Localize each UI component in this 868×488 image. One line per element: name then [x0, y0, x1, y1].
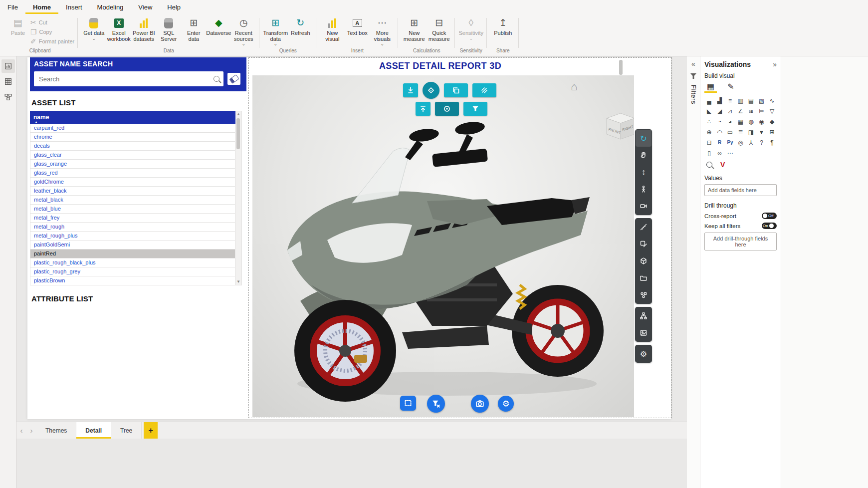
asset-list-scrollbar[interactable]: ▲ ▼ — [235, 111, 242, 285]
measure-button[interactable] — [636, 219, 651, 236]
qna-icon[interactable]: ? — [757, 138, 766, 147]
asset-row[interactable]: plasticBrown — [30, 276, 235, 285]
new-measure-button[interactable]: ⊞ New measure — [402, 15, 427, 42]
excel-workbook-button[interactable]: X Excel workbook — [106, 15, 131, 42]
asset-row[interactable]: glass_clear — [30, 151, 235, 160]
toolbar-settings-button[interactable]: ⚙ — [636, 345, 651, 362]
menu-insert[interactable]: Insert — [58, 0, 90, 14]
copy-button[interactable]: ❐Copy — [30, 27, 74, 36]
menu-modeling[interactable]: Modeling — [90, 0, 131, 14]
hierarchy-button[interactable] — [636, 307, 651, 324]
screenshot-button[interactable] — [471, 395, 489, 413]
stacked-bar-chart-icon[interactable]: ▄ — [704, 96, 714, 105]
matrix-icon[interactable]: ⊟ — [704, 138, 714, 147]
material-paint-button[interactable] — [472, 83, 496, 97]
asset-row[interactable]: leather_black — [30, 187, 235, 196]
asset-detail-3d-visual[interactable]: ASSET DETAIL REPORT 3D — [248, 57, 672, 418]
report-view-button[interactable] — [1, 59, 15, 73]
parts-button[interactable] — [636, 286, 651, 303]
download-asset-button[interactable] — [403, 83, 418, 97]
funnel-chart-icon[interactable]: ▽ — [767, 106, 777, 116]
treemap-icon[interactable]: ▦ — [736, 117, 745, 126]
slicer-icon[interactable]: ▼ — [757, 127, 766, 137]
menu-home[interactable]: Home — [25, 0, 58, 14]
move-vertical-button[interactable]: ↕ — [636, 164, 651, 181]
menu-view[interactable]: View — [131, 0, 160, 14]
refresh-button[interactable]: ↻ Refresh — [288, 15, 313, 36]
clustered-bar-chart-icon[interactable]: ≡ — [725, 96, 735, 105]
gauge-icon[interactable]: ◠ — [715, 127, 724, 137]
scatter-chart-icon[interactable]: ∴ — [704, 117, 714, 126]
record-view-button[interactable] — [435, 102, 459, 116]
publish-button[interactable]: ↥ Publish — [490, 15, 515, 36]
asset-row[interactable]: chrome — [30, 133, 235, 142]
stacked-area-chart-icon[interactable]: ◢ — [715, 106, 724, 116]
donut-chart-icon[interactable]: ◕ — [725, 117, 735, 126]
paginated-report-icon[interactable]: ▯ — [704, 148, 714, 158]
scrollbar-thumb[interactable] — [236, 118, 240, 149]
asset-row[interactable]: plastic_rough_grey — [30, 267, 235, 276]
enter-data-button[interactable]: ⊞ Enter data — [181, 15, 206, 42]
values-field-well[interactable]: Add data fields here — [704, 184, 777, 196]
line-and-stacked-column-chart-icon[interactable]: ⊿ — [725, 106, 735, 116]
map-icon[interactable]: ◍ — [746, 117, 756, 126]
smart-narrative-icon[interactable]: ¶ — [767, 138, 777, 147]
filters-panel-label[interactable]: Filters — [690, 85, 697, 104]
area-chart-icon[interactable]: ◣ — [704, 106, 714, 116]
multirow-card-icon[interactable]: ≣ — [736, 127, 745, 137]
filter-3d-button[interactable] — [463, 102, 487, 116]
ribbon-chart-icon[interactable]: ≋ — [746, 106, 756, 116]
asset-row[interactable]: paintRed — [30, 249, 235, 258]
view-cube[interactable]: FRONT RIGHT — [602, 109, 634, 141]
100-stacked-bar-chart-icon[interactable]: ▤ — [746, 96, 756, 105]
line-chart-icon[interactable]: ∿ — [767, 96, 777, 105]
pan-button[interactable] — [636, 147, 651, 164]
cut-button[interactable]: ✂Cut — [30, 17, 74, 27]
region-select-button[interactable] — [400, 396, 416, 411]
3d-viewport[interactable]: ⌂ FRONT RIGHT ⚙ — [252, 75, 634, 417]
build-visual-tab[interactable]: ▦ — [704, 81, 717, 93]
annotate-button[interactable] — [636, 236, 651, 252]
format-painter-button[interactable]: ✐Format painter — [30, 36, 74, 46]
explode-model-button[interactable] — [636, 252, 651, 269]
previous-page-button[interactable]: ‹ — [16, 422, 26, 439]
collapse-visualizations-button[interactable]: » — [773, 60, 777, 68]
camera-view-button[interactable] — [636, 198, 651, 215]
kpi-icon[interactable]: ◨ — [746, 127, 756, 137]
r-script-icon[interactable]: R — [715, 138, 724, 147]
page-tab-themes[interactable]: Themes — [36, 422, 76, 439]
azure-map-icon[interactable]: ⊕ — [704, 127, 714, 137]
gizmo-button[interactable] — [423, 82, 439, 99]
format-visual-tab[interactable]: ✎ — [725, 81, 736, 93]
asset-row[interactable]: carpaint_red — [30, 124, 235, 133]
data-view-button[interactable] — [1, 75, 15, 88]
drill-through-field-well[interactable]: Add drill-through fields here — [704, 233, 777, 250]
page-tab-tree[interactable]: Tree — [111, 422, 142, 439]
asset-list-column-header[interactable]: name ▲ — [30, 111, 235, 124]
asset-row[interactable]: metal_rough — [30, 223, 235, 232]
filled-map-icon[interactable]: ◉ — [757, 117, 766, 126]
viewer-settings-button[interactable]: ⚙ — [498, 396, 514, 412]
dataverse-button[interactable]: ◆ Dataverse — [206, 15, 231, 36]
asset-row[interactable]: decals — [30, 142, 235, 151]
asset-row[interactable]: glass_red — [30, 169, 235, 178]
sensitivity-button[interactable]: ◊ Sensitivity ⌄ — [458, 15, 483, 40]
line-and-clustered-column-chart-icon[interactable]: ∠ — [736, 106, 745, 116]
waterfall-chart-icon[interactable]: ⊨ — [757, 106, 766, 116]
page-tab-detail[interactable]: Detail — [76, 422, 111, 439]
new-visual-button[interactable]: New visual — [320, 15, 345, 42]
decomposition-tree-icon[interactable]: ⅄ — [746, 138, 756, 147]
qna-search-icon[interactable] — [706, 162, 712, 168]
scene-files-button[interactable] — [636, 269, 651, 286]
home-view-icon[interactable]: ⌂ — [571, 80, 577, 93]
text-box-button[interactable]: A Text box — [345, 15, 370, 36]
card-icon[interactable]: ▭ — [725, 127, 735, 137]
orbit-rotate-button[interactable]: ↻ — [636, 130, 651, 147]
get-data-button[interactable]: Get data ⌄ — [81, 15, 106, 40]
key-influencers-icon[interactable]: ◎ — [736, 138, 745, 147]
100-stacked-column-chart-icon[interactable]: ▧ — [757, 96, 766, 105]
walkthrough-button[interactable] — [636, 181, 651, 198]
asset-row[interactable]: paintGoldSemi — [30, 241, 235, 249]
asset-row[interactable]: metal_blue — [30, 205, 235, 214]
asset-row[interactable]: metal_black — [30, 196, 235, 205]
